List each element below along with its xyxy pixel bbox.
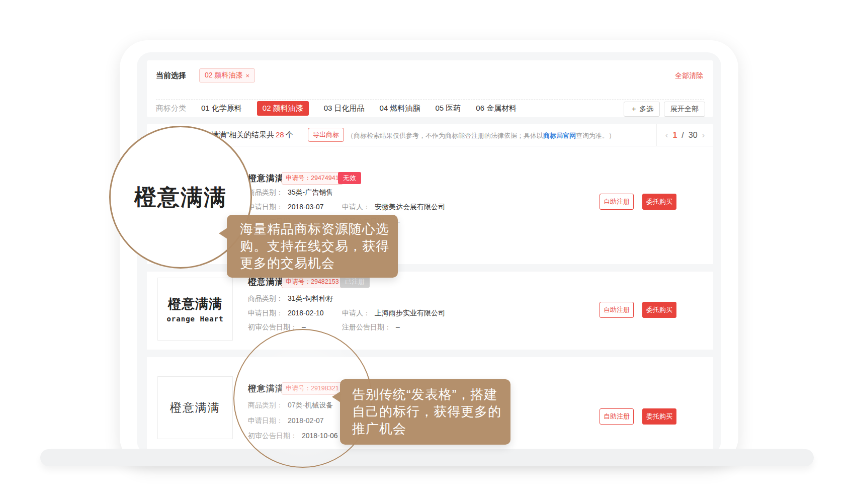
tooltip-line: 更多的交易机会 (240, 255, 398, 272)
multi-select-button[interactable]: ＋ 多选 (624, 102, 660, 117)
entrust-buy-button[interactable]: 委托购买 (642, 408, 676, 425)
applicant-field: 申请人：上海雨步实业有限公司 (342, 309, 445, 318)
row-separator (147, 350, 713, 357)
applicant-field: 申请人：安徽美达会展有限公司 (342, 203, 445, 212)
trademark-image-text: 橙意满满 (170, 400, 220, 415)
trademark-image-text: 橙意满满 (168, 295, 222, 313)
apply-date-field: 申请日期：2018-03-07 (248, 203, 324, 212)
results-header: 为您检索到“橙意满满”相关的结果共28个 导出商标 （商标检索结果仅供参考，不作… (147, 124, 713, 146)
trademark-image[interactable]: 橙意满满 orange Heart (157, 278, 233, 341)
category-item-05[interactable]: 05 医药 (435, 104, 461, 113)
category-item-06[interactable]: 06 金属材料 (476, 104, 517, 113)
category-item-01[interactable]: 01 化学原料 (201, 104, 242, 113)
disclaimer: （商标检索结果仅供参考，不作为商标能否注册的法律依据；具体以商标局官网查询为准。… (347, 131, 615, 140)
category-label: 商标分类 (156, 104, 186, 113)
category-item-04[interactable]: 04 燃料油脂 (380, 104, 420, 113)
disclaimer-suffix: 查询为准。） (576, 132, 615, 139)
trademark-name: 橙意满满 (248, 276, 284, 288)
pagination: ‹ 1 / 30 › (656, 124, 713, 146)
mockup-base (40, 449, 814, 466)
category-item-03[interactable]: 03 日化用品 (324, 104, 365, 113)
expand-all-button[interactable]: 展开全部 (664, 102, 705, 117)
tooltip-line: 自己的标行，获得更多的 (352, 403, 510, 420)
next-page-icon[interactable]: › (702, 130, 705, 140)
category-actions: ＋ 多选 展开全部 (624, 102, 705, 117)
trademark-image-subtext: orange Heart (166, 315, 223, 323)
category-item-02-selected[interactable]: 02 颜料油漆 (257, 101, 309, 116)
clear-all-link[interactable]: 全部清除 (675, 71, 703, 80)
tooltip-line: 购。支持在线交易，获得 (240, 237, 398, 255)
entrust-buy-button[interactable]: 委托购买 (642, 194, 676, 210)
current-page: 1 (672, 131, 677, 140)
tooltip-promotion: 告别传统“发表格”，搭建 自己的标行，获得更多的 推广机会 (340, 379, 510, 445)
entrust-buy-button[interactable]: 委托购买 (642, 302, 676, 318)
selected-filter-tag[interactable]: 02 颜料油漆 × (199, 68, 255, 82)
results-count: 28 (276, 130, 284, 139)
application-number-tag: 申请号：29474941 (282, 172, 343, 185)
page: 当前选择 02 颜料油漆 × 全部清除 商标分类 01 化学原料 02 颜料油漆… (0, 0, 853, 504)
trademark-name: 橙意满满 (248, 173, 284, 184)
status-badge: 无效 (338, 172, 361, 184)
self-register-button[interactable]: 自助注册 (600, 302, 634, 318)
results-unit: 个 (286, 130, 293, 139)
trademark-office-link[interactable]: 商标局官网 (543, 132, 576, 139)
close-icon[interactable]: × (245, 72, 249, 79)
total-pages: 30 (689, 131, 698, 140)
export-trademark-button[interactable]: 导出商标 (308, 128, 344, 142)
category-row: 商标分类 01 化学原料 02 颜料油漆 03 日化用品 04 燃料油脂 05 … (156, 99, 517, 117)
registration-publication-field: 注册公告日期：– (342, 323, 400, 332)
selected-filter-tag-text: 02 颜料油漆 (205, 71, 242, 80)
filter-section: 当前选择 02 颜料油漆 × 全部清除 商标分类 01 化学原料 02 颜料油漆… (147, 60, 713, 117)
magnified-trademark-text: 橙意满满 (134, 183, 227, 212)
disclaimer-prefix: （商标检索结果仅供参考，不作为商标能否注册的法律依据；具体以 (347, 132, 543, 139)
tooltip-marketplace: 海量精品商标资源随心选 购。支持在线交易，获得 更多的交易机会 (227, 215, 398, 278)
trademark-image[interactable]: 橙意满满 (157, 376, 233, 439)
prev-page-icon[interactable]: ‹ (665, 130, 668, 140)
current-selection-label: 当前选择 (156, 71, 186, 80)
goods-category-field: 商品类别：35类-广告销售 (248, 188, 333, 197)
self-register-button[interactable]: 自助注册 (600, 194, 634, 210)
apply-date-field: 申请日期：2018-02-10 (248, 309, 324, 318)
self-register-button[interactable]: 自助注册 (600, 408, 634, 425)
tooltip-line: 告别传统“发表格”，搭建 (352, 386, 510, 403)
tooltip-line: 推广机会 (352, 420, 510, 437)
page-separator: / (681, 131, 684, 140)
tooltip-line: 海量精品商标资源随心选 (240, 220, 398, 237)
goods-category-field: 商品类别：31类-饲料种籽 (248, 294, 333, 303)
current-selection-row: 当前选择 02 颜料油漆 × (156, 60, 255, 91)
